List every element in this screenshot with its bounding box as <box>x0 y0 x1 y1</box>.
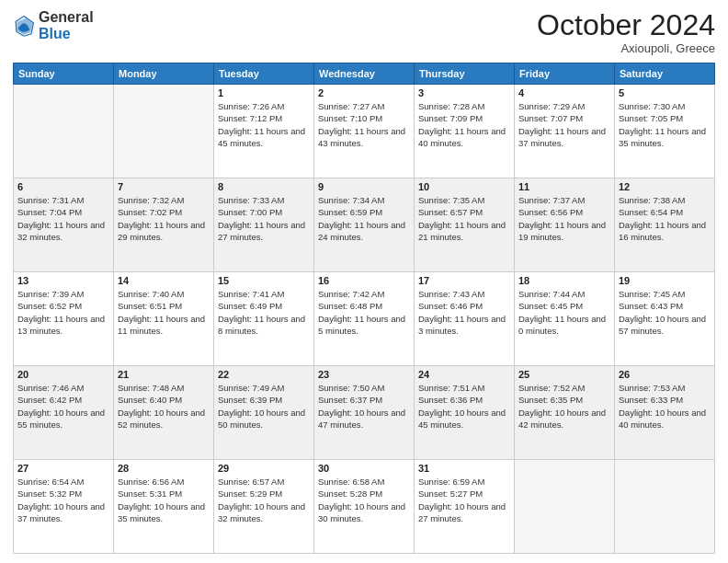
day-number: 15 <box>218 275 310 286</box>
day-info: Sunrise: 7:34 AM Sunset: 6:59 PM Dayligh… <box>318 194 410 243</box>
calendar-day-cell: 28Sunrise: 6:56 AM Sunset: 5:31 PM Dayli… <box>114 460 214 554</box>
day-info: Sunrise: 7:33 AM Sunset: 7:00 PM Dayligh… <box>218 194 310 243</box>
calendar-day-cell <box>615 460 715 554</box>
calendar-day-cell: 29Sunrise: 6:57 AM Sunset: 5:29 PM Dayli… <box>214 460 314 554</box>
day-number: 11 <box>518 181 610 192</box>
logo-text: General Blue <box>39 9 94 41</box>
day-number: 10 <box>418 181 510 192</box>
day-number: 2 <box>318 87 410 98</box>
day-info: Sunrise: 7:42 AM Sunset: 6:48 PM Dayligh… <box>318 288 410 337</box>
calendar-week-row: 27Sunrise: 6:54 AM Sunset: 5:32 PM Dayli… <box>14 460 715 554</box>
calendar-day-header: Wednesday <box>314 63 415 85</box>
calendar-day-cell: 24Sunrise: 7:51 AM Sunset: 6:36 PM Dayli… <box>415 366 515 460</box>
calendar-day-cell: 8Sunrise: 7:33 AM Sunset: 7:00 PM Daylig… <box>214 178 314 272</box>
day-info: Sunrise: 6:56 AM Sunset: 5:31 PM Dayligh… <box>118 476 210 524</box>
day-info: Sunrise: 7:27 AM Sunset: 7:10 PM Dayligh… <box>318 100 410 149</box>
day-number: 13 <box>17 275 109 286</box>
day-number: 26 <box>619 369 711 380</box>
day-info: Sunrise: 7:30 AM Sunset: 7:05 PM Dayligh… <box>619 100 711 149</box>
day-info: Sunrise: 7:29 AM Sunset: 7:07 PM Dayligh… <box>518 100 610 149</box>
day-number: 24 <box>418 369 510 380</box>
calendar-day-header: Monday <box>114 63 214 85</box>
logo-icon <box>13 15 35 37</box>
calendar-day-cell: 25Sunrise: 7:52 AM Sunset: 6:35 PM Dayli… <box>515 366 615 460</box>
day-info: Sunrise: 7:38 AM Sunset: 6:54 PM Dayligh… <box>619 194 711 243</box>
calendar-day-cell: 22Sunrise: 7:49 AM Sunset: 6:39 PM Dayli… <box>214 366 314 460</box>
day-number: 7 <box>118 181 210 192</box>
calendar-day-cell: 6Sunrise: 7:31 AM Sunset: 7:04 PM Daylig… <box>14 178 114 272</box>
calendar-day-cell: 12Sunrise: 7:38 AM Sunset: 6:54 PM Dayli… <box>615 178 715 272</box>
day-info: Sunrise: 7:53 AM Sunset: 6:33 PM Dayligh… <box>619 382 711 431</box>
day-info: Sunrise: 7:32 AM Sunset: 7:02 PM Dayligh… <box>118 194 210 243</box>
day-info: Sunrise: 7:37 AM Sunset: 6:56 PM Dayligh… <box>518 194 610 243</box>
day-number: 18 <box>518 275 610 286</box>
calendar-day-cell: 10Sunrise: 7:35 AM Sunset: 6:57 PM Dayli… <box>415 178 515 272</box>
day-number: 30 <box>318 463 410 474</box>
calendar-day-cell: 19Sunrise: 7:45 AM Sunset: 6:43 PM Dayli… <box>615 272 715 366</box>
calendar-day-cell: 16Sunrise: 7:42 AM Sunset: 6:48 PM Dayli… <box>314 272 415 366</box>
day-number: 31 <box>418 463 510 474</box>
day-number: 14 <box>118 275 210 286</box>
day-number: 9 <box>318 181 410 192</box>
day-info: Sunrise: 6:59 AM Sunset: 5:27 PM Dayligh… <box>418 476 510 524</box>
day-number: 1 <box>218 87 310 98</box>
calendar-header-row: SundayMondayTuesdayWednesdayThursdayFrid… <box>14 63 715 85</box>
calendar-day-cell: 27Sunrise: 6:54 AM Sunset: 5:32 PM Dayli… <box>14 460 114 554</box>
logo: General Blue <box>13 9 94 41</box>
day-number: 8 <box>218 181 310 192</box>
day-info: Sunrise: 7:52 AM Sunset: 6:35 PM Dayligh… <box>518 382 610 431</box>
calendar-day-cell: 13Sunrise: 7:39 AM Sunset: 6:52 PM Dayli… <box>14 272 114 366</box>
day-number: 25 <box>518 369 610 380</box>
calendar-day-header: Sunday <box>14 63 114 85</box>
calendar-table: SundayMondayTuesdayWednesdayThursdayFrid… <box>13 63 715 554</box>
day-number: 12 <box>619 181 711 192</box>
day-number: 28 <box>118 463 210 474</box>
calendar-day-cell: 2Sunrise: 7:27 AM Sunset: 7:10 PM Daylig… <box>314 85 415 178</box>
calendar-day-header: Tuesday <box>214 63 314 85</box>
day-number: 3 <box>418 87 510 98</box>
day-number: 27 <box>17 463 109 474</box>
day-info: Sunrise: 7:40 AM Sunset: 6:51 PM Dayligh… <box>118 288 210 337</box>
calendar-day-cell: 7Sunrise: 7:32 AM Sunset: 7:02 PM Daylig… <box>114 178 214 272</box>
logo-general-text: General <box>39 9 94 26</box>
day-number: 29 <box>218 463 310 474</box>
day-info: Sunrise: 7:48 AM Sunset: 6:40 PM Dayligh… <box>118 382 210 431</box>
calendar-day-cell: 9Sunrise: 7:34 AM Sunset: 6:59 PM Daylig… <box>314 178 415 272</box>
day-info: Sunrise: 7:43 AM Sunset: 6:46 PM Dayligh… <box>418 288 510 337</box>
day-number: 4 <box>518 87 610 98</box>
day-number: 17 <box>418 275 510 286</box>
day-info: Sunrise: 7:31 AM Sunset: 7:04 PM Dayligh… <box>17 194 109 243</box>
day-info: Sunrise: 7:49 AM Sunset: 6:39 PM Dayligh… <box>218 382 310 431</box>
day-number: 21 <box>118 369 210 380</box>
calendar-day-cell: 17Sunrise: 7:43 AM Sunset: 6:46 PM Dayli… <box>415 272 515 366</box>
calendar-day-cell: 30Sunrise: 6:58 AM Sunset: 5:28 PM Dayli… <box>314 460 415 554</box>
title-area: October 2024 Axioupoli, Greece <box>537 9 715 55</box>
calendar-day-cell <box>515 460 615 554</box>
calendar-day-cell: 23Sunrise: 7:50 AM Sunset: 6:37 PM Dayli… <box>314 366 415 460</box>
calendar-day-cell: 31Sunrise: 6:59 AM Sunset: 5:27 PM Dayli… <box>415 460 515 554</box>
calendar-day-cell: 26Sunrise: 7:53 AM Sunset: 6:33 PM Dayli… <box>615 366 715 460</box>
logo-blue-text: Blue <box>39 26 94 42</box>
calendar-day-cell: 14Sunrise: 7:40 AM Sunset: 6:51 PM Dayli… <box>114 272 214 366</box>
location-subtitle: Axioupoli, Greece <box>537 41 715 55</box>
day-info: Sunrise: 7:44 AM Sunset: 6:45 PM Dayligh… <box>518 288 610 337</box>
calendar-day-header: Thursday <box>415 63 515 85</box>
calendar-week-row: 13Sunrise: 7:39 AM Sunset: 6:52 PM Dayli… <box>14 272 715 366</box>
calendar-day-cell: 20Sunrise: 7:46 AM Sunset: 6:42 PM Dayli… <box>14 366 114 460</box>
calendar-day-cell: 4Sunrise: 7:29 AM Sunset: 7:07 PM Daylig… <box>515 85 615 178</box>
day-info: Sunrise: 7:50 AM Sunset: 6:37 PM Dayligh… <box>318 382 410 431</box>
day-number: 20 <box>17 369 109 380</box>
day-info: Sunrise: 7:39 AM Sunset: 6:52 PM Dayligh… <box>17 288 109 337</box>
calendar-day-cell: 1Sunrise: 7:26 AM Sunset: 7:12 PM Daylig… <box>214 85 314 178</box>
calendar-day-cell: 5Sunrise: 7:30 AM Sunset: 7:05 PM Daylig… <box>615 85 715 178</box>
calendar-day-cell: 18Sunrise: 7:44 AM Sunset: 6:45 PM Dayli… <box>515 272 615 366</box>
calendar-day-cell: 15Sunrise: 7:41 AM Sunset: 6:49 PM Dayli… <box>214 272 314 366</box>
day-number: 23 <box>318 369 410 380</box>
day-info: Sunrise: 7:35 AM Sunset: 6:57 PM Dayligh… <box>418 194 510 243</box>
calendar-day-header: Saturday <box>615 63 715 85</box>
calendar-week-row: 20Sunrise: 7:46 AM Sunset: 6:42 PM Dayli… <box>14 366 715 460</box>
day-number: 5 <box>619 87 711 98</box>
calendar-day-cell <box>114 85 214 178</box>
calendar-day-cell <box>14 85 114 178</box>
day-info: Sunrise: 6:58 AM Sunset: 5:28 PM Dayligh… <box>318 476 410 524</box>
